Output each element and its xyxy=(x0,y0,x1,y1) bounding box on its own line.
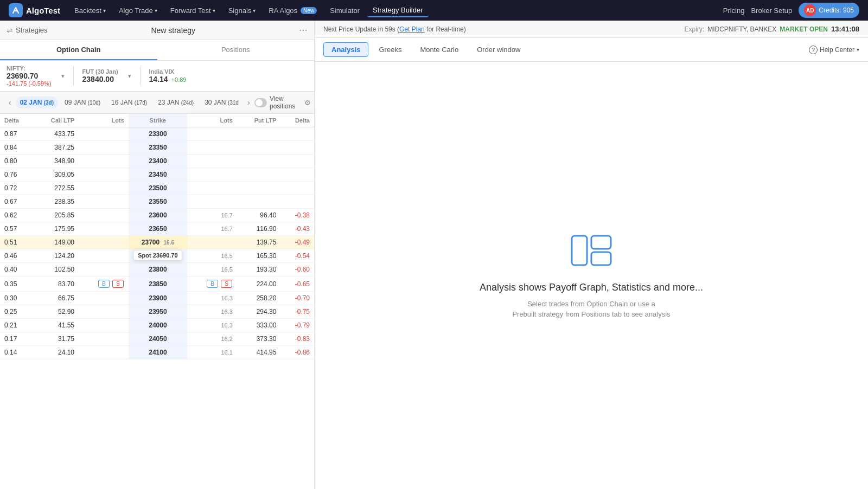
help-center-label: Help Center xyxy=(820,46,854,54)
col-put-ltp: Put LTP xyxy=(237,114,281,127)
tab-monte-carlo[interactable]: Monte Carlo xyxy=(412,42,467,57)
fut-dropdown-icon[interactable]: ▾ xyxy=(128,73,131,80)
more-options-icon[interactable]: ⋯ xyxy=(299,25,308,35)
vix-label: India VIX xyxy=(149,68,187,75)
table-row: 0.21 41.55 24000 16.3 333.00 -0.79 xyxy=(0,319,314,332)
expiry-09jan[interactable]: 09 JAN (10d) xyxy=(60,96,105,108)
expiry-16jan[interactable]: 16 JAN (17d) xyxy=(107,96,151,108)
table-row: 0.25 52.90 23950 16.3 294.30 -0.75 xyxy=(0,305,314,319)
strike-23700: 23700 16.6 Spot 23690.70 xyxy=(129,236,187,249)
strike-24000: 24000 xyxy=(129,319,187,332)
strike-23800: 23800 xyxy=(129,263,187,276)
new-badge: New xyxy=(301,7,317,14)
settings-icon[interactable]: ⚙ xyxy=(304,99,311,107)
option-chain-table: Delta Call LTP Lots Strike Lots Put LTP … xyxy=(0,114,314,489)
expiry-bar: ‹ 02 JAN (3d) 09 JAN (10d) 16 JAN (17d) … xyxy=(0,92,314,114)
tab-greeks[interactable]: Greeks xyxy=(371,42,410,57)
brand[interactable]: AlgoTest xyxy=(9,3,60,17)
vix-value: 14.14 xyxy=(149,75,168,83)
col-strike: Strike xyxy=(129,114,187,127)
nav-algo-trade[interactable]: Algo Trade ▾ xyxy=(113,4,163,17)
table-row: 0.67 238.35 23550 xyxy=(0,195,314,209)
strategies-button[interactable]: ⇌ Strategies xyxy=(7,26,48,35)
col-call-ltp: Call LTP xyxy=(33,114,79,127)
table-row: 0.62 205.85 23600 16.7 96.40 -0.38 xyxy=(0,209,314,222)
col-lots: Lots xyxy=(79,114,129,127)
nifty-change: -141.75 (-0.59%) xyxy=(7,80,52,87)
expiry-next-arrow[interactable]: › xyxy=(245,97,252,108)
chevron-down-icon: ▾ xyxy=(213,8,215,14)
nav-strategy-builder[interactable]: Strategy Builder xyxy=(367,4,429,17)
expiry-prev-arrow[interactable]: ‹ xyxy=(7,97,14,108)
expiry-values: MIDCPNIFTY, BANKEX xyxy=(707,25,776,33)
navbar-right: Pricing Broker Setup AD Credits: 905 xyxy=(723,3,859,18)
tab-option-chain[interactable]: Option Chain xyxy=(0,40,157,60)
divider xyxy=(73,66,74,86)
table-row: 0.57 175.95 23650 16.7 116.90 -0.43 xyxy=(0,222,314,236)
nav-ra-algos[interactable]: RA Algos New xyxy=(263,4,322,17)
nifty-label: NIFTY: xyxy=(7,65,52,72)
analysis-title: Analysis shows Payoff Graph, Statistics … xyxy=(480,282,703,293)
right-subheader: Next Price Update in 59s (Get Plan for R… xyxy=(315,21,868,38)
brand-icon xyxy=(9,3,23,17)
strike-23650: 23650 xyxy=(129,222,187,236)
fut-value: 23840.00 xyxy=(82,75,118,83)
strike-23350: 23350 xyxy=(129,141,187,155)
index-bar: NIFTY: 23690.70 -141.75 (-0.59%) ▾ FUT (… xyxy=(0,61,314,92)
nifty-value: 23690.70 xyxy=(7,72,52,80)
nav-simulator[interactable]: Simulator xyxy=(324,4,365,17)
price-update-info: Next Price Update in 59s (Get Plan for R… xyxy=(323,25,466,33)
nifty-dropdown-icon[interactable]: ▾ xyxy=(61,73,65,80)
left-panel: ⇌ Strategies New strategy ⋯ Option Chain… xyxy=(0,21,315,489)
help-center-button[interactable]: ? Help Center ▾ xyxy=(809,46,859,54)
spot-tooltip: Spot 23690.70 xyxy=(133,250,182,261)
svg-rect-1 xyxy=(591,236,611,249)
view-positions-switch[interactable] xyxy=(254,98,267,107)
chevron-down-icon: ▾ xyxy=(857,47,859,53)
tab-order-window[interactable]: Order window xyxy=(469,42,528,57)
col-put-lots: Lots xyxy=(187,114,237,127)
analysis-content: Analysis shows Payoff Graph, Statistics … xyxy=(315,62,868,489)
nav-forward-test[interactable]: Forward Test ▾ xyxy=(165,4,221,17)
tab-positions[interactable]: Positions xyxy=(157,40,315,60)
analysis-tab-bar: Analysis Greeks Monte Carlo Order window… xyxy=(315,38,868,62)
strike-23450: 23450 xyxy=(129,168,187,182)
view-positions-label: View positions xyxy=(270,95,300,110)
nav-signals[interactable]: Signals ▾ xyxy=(223,4,261,17)
expiry-02jan[interactable]: 02 JAN (3d) xyxy=(16,96,58,108)
put-sell-button[interactable]: S xyxy=(221,280,232,288)
nav-backtest[interactable]: Backtest ▾ xyxy=(69,4,111,17)
get-plan-link[interactable]: Get Plan xyxy=(399,25,425,33)
strike-23300: 23300 xyxy=(129,127,187,141)
credits-label: Credits: 905 xyxy=(819,7,854,14)
fut-index[interactable]: FUT (30 Jan) 23840.00 xyxy=(82,68,118,83)
strike-23600: 23600 xyxy=(129,209,187,222)
expiry-30jan[interactable]: 30 JAN (31d xyxy=(200,96,243,108)
strike-23850: 23850 xyxy=(129,276,187,292)
nifty-index[interactable]: NIFTY: 23690.70 -141.75 (-0.59%) xyxy=(7,65,52,87)
market-open-badge: MARKET OPEN xyxy=(780,25,828,33)
col-delta: Delta xyxy=(0,114,33,127)
expiry-label: Expiry: xyxy=(684,25,704,33)
tab-analysis[interactable]: Analysis xyxy=(323,42,368,57)
navbar: AlgoTest Backtest ▾ Algo Trade ▾ Forward… xyxy=(0,0,868,21)
avatar: AD xyxy=(804,4,816,16)
strike-23950: 23950 xyxy=(129,305,187,319)
chevron-down-icon: ▾ xyxy=(103,8,106,14)
expiry-23jan[interactable]: 23 JAN (24d) xyxy=(154,96,198,108)
table-row: 0.35 83.70 B S 23850 B S 224.00 -0.65 xyxy=(0,276,314,292)
call-sell-button[interactable]: S xyxy=(112,280,124,288)
broker-setup-link[interactable]: Broker Setup xyxy=(751,7,792,15)
table-row: 0.72 272.55 23500 xyxy=(0,182,314,195)
view-positions-toggle: View positions xyxy=(254,95,300,110)
fut-label: FUT (30 Jan) xyxy=(82,68,118,75)
put-buy-button[interactable]: B xyxy=(207,280,218,288)
india-vix: India VIX 14.14 +0.89 xyxy=(149,68,187,83)
pricing-link[interactable]: Pricing xyxy=(723,7,745,15)
strike-24050: 24050 xyxy=(129,332,187,346)
strike-23550: 23550 xyxy=(129,195,187,209)
credits-badge[interactable]: AD Credits: 905 xyxy=(799,3,859,18)
strike-23900: 23900 xyxy=(129,292,187,305)
new-strategy-title: New strategy xyxy=(151,26,195,35)
call-buy-button[interactable]: B xyxy=(98,280,110,288)
